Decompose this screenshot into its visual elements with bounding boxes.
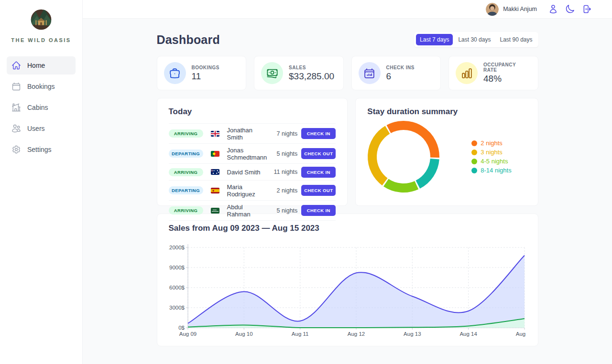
stat-check-ins: CHECK INS 6 (351, 56, 441, 90)
sidebar-item-bookings[interactable]: Bookings (7, 77, 76, 96)
sidebar-item-cabins[interactable]: Cabins (7, 98, 76, 117)
filter-last-90-days[interactable]: Last 90 days (496, 34, 536, 45)
sidebar-item-users[interactable]: Users (7, 119, 76, 138)
sidebar-item-label: Home (27, 62, 45, 69)
svg-text:Aug 10: Aug 10 (235, 331, 252, 337)
sidebar-item-label: Bookings (27, 83, 55, 90)
nights-count: 11 nights (271, 169, 297, 175)
nights-count: 5 nights (271, 150, 297, 157)
cabin-icon (11, 103, 21, 112)
legend-dot (471, 140, 477, 146)
briefcase-icon (164, 62, 186, 84)
home-icon (11, 61, 21, 70)
guest-name: Abdul Rahman (227, 203, 267, 218)
sidebar-item-settings[interactable]: Settings (7, 140, 76, 159)
calendar-icon (11, 82, 21, 91)
topbar: Makki Anjum (83, 0, 612, 19)
guest-name: Jonathan Smith (227, 127, 267, 141)
banknotes-icon (261, 62, 283, 84)
stat-occupancy: OCCUPANCY RATE 48% (448, 56, 538, 90)
filter-last-7-days[interactable]: Last 7 days (416, 34, 453, 45)
sidebar: THE WILD OASIS Home Bookings Cabins (0, 0, 83, 364)
svg-text:3000$: 3000$ (169, 305, 185, 310)
svg-text:Aug 15: Aug 15 (515, 331, 527, 337)
flag-icon (211, 131, 219, 137)
check-out-button[interactable]: CHECK OUT (301, 148, 336, 159)
check-in-button[interactable]: CHECK IN (301, 205, 336, 216)
stat-label: BOOKINGS (192, 65, 219, 70)
logo: THE WILD OASIS (7, 7, 76, 43)
legend-dot (471, 168, 477, 173)
nights-count: 5 nights (271, 207, 297, 214)
stat-label: CHECK INS (386, 65, 415, 70)
calendar-days-icon (359, 62, 381, 84)
logout-button[interactable] (580, 3, 593, 15)
main-content: Dashboard Last 7 days Last 30 days Last … (83, 19, 612, 364)
today-activity-card: Today ARRIVING Jonathan Smith 7 nights C… (157, 98, 348, 206)
filter-last-30-days[interactable]: Last 30 days (454, 34, 494, 45)
page-header: Dashboard Last 7 days Last 30 days Last … (157, 32, 538, 47)
status-badge: DEPARTING (169, 150, 203, 158)
sales-chart-title: Sales from Aug 09 2023 — Aug 15 2023 (169, 224, 526, 233)
flag-icon (211, 151, 219, 157)
stat-value: 11 (192, 71, 219, 82)
users-icon (11, 124, 21, 133)
legend-label: 4-5 nights (481, 158, 508, 165)
stay-duration-card: Stay duration summary 2 nights 3 nights (355, 98, 538, 206)
flag-icon (211, 188, 219, 193)
check-in-button[interactable]: CHECK IN (301, 128, 336, 139)
chart-bar-icon (456, 62, 478, 84)
legend-item: 4-5 nights (471, 158, 511, 165)
moon-icon (565, 4, 575, 14)
status-badge: ARRIVING (169, 168, 203, 176)
svg-text:Aug 09: Aug 09 (179, 331, 196, 337)
sales-chart-card: Sales from Aug 09 2023 — Aug 15 2023 0$3… (157, 214, 538, 346)
dark-mode-toggle[interactable] (564, 3, 576, 15)
stat-bookings: BOOKINGS 11 (157, 56, 247, 90)
stat-label: OCCUPANCY RATE (483, 62, 531, 73)
legend-label: 2 nights (481, 139, 503, 147)
flag-icon (211, 208, 219, 214)
guest-name: Maria Rodriguez (227, 183, 267, 198)
sidebar-item-label: Settings (27, 146, 52, 153)
svg-text:12000$: 12000$ (169, 245, 185, 250)
status-badge: DEPARTING (169, 186, 203, 194)
check-out-button[interactable]: CHECK OUT (301, 185, 336, 196)
today-row: ARRIVING Jonathan Smith 7 nights CHECK I… (169, 123, 336, 144)
stats-row: BOOKINGS 11 SALES $33,285.00 (157, 56, 538, 90)
donut-legend: 2 nights 3 nights 4-5 nights (471, 139, 511, 174)
user-icon (548, 4, 558, 14)
user-name: Makki Anjum (503, 6, 537, 12)
today-row: ARRIVING Abdul Rahman 5 nights CHECK IN (169, 201, 336, 221)
date-range-filter: Last 7 days Last 30 days Last 90 days (414, 32, 538, 47)
nights-count: 7 nights (271, 130, 297, 137)
sidebar-item-label: Users (27, 125, 45, 132)
legend-dot (471, 159, 477, 164)
legend-item: 8-14 nights (471, 167, 511, 174)
app-shell: THE WILD OASIS Home Bookings Cabins (0, 0, 612, 364)
logout-icon (582, 4, 591, 14)
svg-text:Aug 12: Aug 12 (347, 331, 364, 337)
stat-value: 6 (386, 71, 415, 82)
legend-dot (471, 150, 477, 155)
user-account-button[interactable] (547, 3, 559, 15)
guest-name: David Smith (227, 169, 267, 176)
stat-label: SALES (289, 65, 334, 70)
page-title: Dashboard (157, 33, 220, 47)
stat-sales: SALES $33,285.00 (254, 56, 344, 90)
sidebar-nav: Home Bookings Cabins Users (7, 56, 76, 159)
sales-area-chart: 0$3000$6000$9000$12000$Aug 09Aug 10Aug 1… (169, 241, 527, 339)
svg-text:Aug 11: Aug 11 (291, 331, 308, 337)
stay-duration-donut-chart (367, 120, 440, 193)
brand-name: THE WILD OASIS (7, 37, 76, 43)
nights-count: 2 nights (271, 187, 297, 194)
gear-icon (11, 145, 21, 154)
today-title: Today (169, 107, 336, 117)
legend-label: 8-14 nights (481, 167, 511, 174)
avatar (486, 3, 499, 16)
sidebar-item-home[interactable]: Home (7, 56, 76, 75)
check-in-button[interactable]: CHECK IN (301, 167, 336, 178)
status-badge: ARRIVING (169, 129, 203, 138)
svg-text:Aug 14: Aug 14 (459, 331, 477, 337)
svg-text:Aug 13: Aug 13 (404, 331, 421, 337)
